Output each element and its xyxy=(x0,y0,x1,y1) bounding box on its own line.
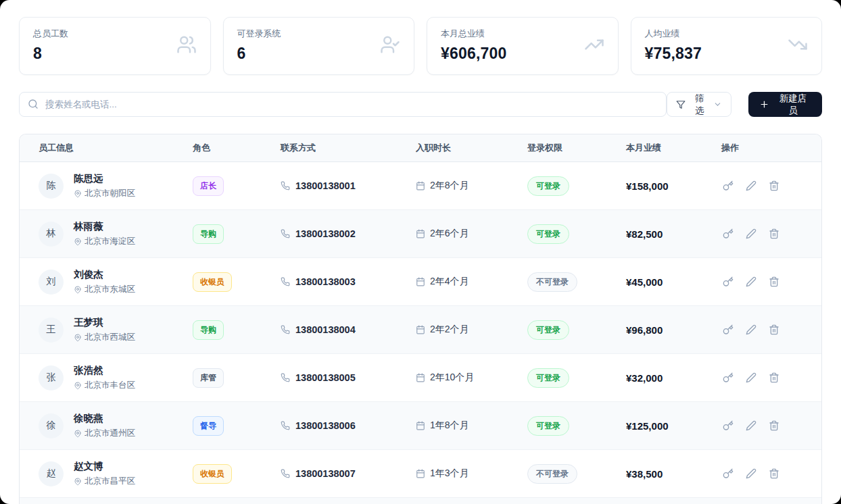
employee-name: 林雨薇 xyxy=(74,220,135,233)
col-header-employee: 员工信息 xyxy=(20,142,193,154)
phone-icon xyxy=(281,181,290,191)
location-text: 北京市通州区 xyxy=(85,428,135,439)
filter-button[interactable]: 筛选 xyxy=(667,92,731,117)
reset-password-button[interactable] xyxy=(721,179,735,193)
delete-button[interactable] xyxy=(767,275,781,288)
new-employee-button[interactable]: 新建店员 xyxy=(748,92,822,117)
key-icon xyxy=(723,324,734,335)
role-badge: 督导 xyxy=(193,416,224,436)
edit-button[interactable] xyxy=(744,419,758,432)
employee-cell: 刘 刘俊杰 北京市东城区 xyxy=(20,268,193,295)
employee-location: 北京市朝阳区 xyxy=(74,188,135,199)
calendar-icon xyxy=(416,373,425,382)
tenure-cell: 1年3个月 xyxy=(416,468,527,480)
tenure-cell: 1年8个月 xyxy=(416,420,527,432)
toolbar-right: 筛选 新建店员 xyxy=(667,92,822,117)
map-pin-icon xyxy=(74,478,82,486)
tenure-text: 1年3个月 xyxy=(430,468,469,480)
contact-cell: 13800138007 xyxy=(281,468,416,479)
toolbar: 筛选 新建店员 xyxy=(19,92,822,117)
role-cell: 督导 xyxy=(193,416,281,436)
chevron-down-icon xyxy=(713,100,722,109)
edit-button[interactable] xyxy=(744,467,758,480)
edit-button[interactable] xyxy=(744,371,758,384)
reset-password-button[interactable] xyxy=(721,419,735,432)
reset-password-button[interactable] xyxy=(721,275,735,288)
reset-password-button[interactable] xyxy=(721,323,735,336)
delete-button[interactable] xyxy=(767,467,781,480)
pencil-icon xyxy=(746,420,756,431)
key-icon xyxy=(723,420,734,431)
employee-cell: 张 张浩然 北京市丰台区 xyxy=(20,364,193,391)
filter-label: 筛选 xyxy=(690,93,708,117)
phone-number: 13800138003 xyxy=(295,276,356,287)
contact-cell: 13800138001 xyxy=(281,180,416,191)
stat-label: 本月总业绩 xyxy=(441,28,604,40)
delete-button[interactable] xyxy=(767,419,781,432)
performance-cell: ¥158,000 xyxy=(626,180,721,192)
delete-button[interactable] xyxy=(767,179,781,193)
edit-button[interactable] xyxy=(744,179,758,193)
employee-identity: 陈思远 北京市朝阳区 xyxy=(74,172,135,199)
permission-cell: 不可登录 xyxy=(527,464,626,484)
table-body: 陈 陈思远 北京市朝阳区 店长 13800138001 2年8个月 可登录 ¥1… xyxy=(20,162,821,498)
login-badge: 不可登录 xyxy=(527,272,577,292)
key-icon xyxy=(723,180,734,191)
phone-number: 13800138007 xyxy=(295,468,356,479)
login-badge: 可登录 xyxy=(527,320,569,340)
login-badge: 可登录 xyxy=(527,224,569,244)
employee-name: 刘俊杰 xyxy=(74,268,135,281)
performance-cell: ¥32,000 xyxy=(626,372,721,384)
delete-button[interactable] xyxy=(767,371,781,384)
employee-location: 北京市通州区 xyxy=(74,428,135,439)
employee-name: 赵文博 xyxy=(74,460,135,473)
avatar: 徐 xyxy=(39,413,64,438)
edit-button[interactable] xyxy=(744,323,758,336)
phone-number: 13800138006 xyxy=(295,420,356,431)
reset-password-button[interactable] xyxy=(721,467,735,480)
employee-cell: 徐 徐晓燕 北京市通州区 xyxy=(20,412,193,439)
actions-cell xyxy=(721,179,821,193)
pencil-icon xyxy=(746,228,756,239)
calendar-icon xyxy=(416,469,425,478)
delete-button[interactable] xyxy=(767,323,781,336)
pencil-icon xyxy=(746,180,756,191)
search-box xyxy=(19,92,667,117)
search-input[interactable] xyxy=(19,92,667,117)
phone-number: 13800138001 xyxy=(295,180,356,191)
employee-location: 北京市西城区 xyxy=(74,332,135,343)
col-header-actions: 操作 xyxy=(721,142,821,154)
calendar-icon xyxy=(416,277,425,286)
tenure-cell: 2年10个月 xyxy=(416,372,527,384)
trash-icon xyxy=(769,324,779,335)
actions-cell xyxy=(721,323,821,336)
trash-icon xyxy=(769,276,779,287)
delete-button[interactable] xyxy=(767,227,781,241)
stat-label: 可登录系统 xyxy=(237,28,401,40)
table-row: 张 张浩然 北京市丰台区 库管 13800138005 2年10个月 可登录 ¥… xyxy=(20,354,821,402)
employee-identity: 张浩然 北京市丰台区 xyxy=(74,364,135,391)
stat-value: ¥75,837 xyxy=(645,45,809,63)
performance-cell: ¥96,800 xyxy=(626,324,721,336)
stat-label: 人均业绩 xyxy=(645,28,809,40)
actions-cell xyxy=(721,275,821,288)
reset-password-button[interactable] xyxy=(721,227,735,241)
pencil-icon xyxy=(746,468,756,479)
role-badge: 收银员 xyxy=(193,464,232,484)
permission-cell: 可登录 xyxy=(527,320,626,340)
employee-location: 北京市丰台区 xyxy=(74,380,135,391)
employee-location: 北京市昌平区 xyxy=(74,476,135,487)
tenure-text: 2年4个月 xyxy=(430,276,469,288)
edit-button[interactable] xyxy=(744,275,758,288)
location-text: 北京市东城区 xyxy=(85,284,135,295)
map-pin-icon xyxy=(74,430,82,438)
actions-cell xyxy=(721,467,821,480)
reset-password-button[interactable] xyxy=(721,371,735,384)
stat-value: 8 xyxy=(33,45,197,63)
avatar: 王 xyxy=(39,318,64,343)
role-cell: 库管 xyxy=(193,368,281,388)
employee-table: 员工信息 角色 联系方式 入职时长 登录权限 本月业绩 操作 陈 陈思远 北京市… xyxy=(19,134,822,504)
edit-button[interactable] xyxy=(744,227,758,241)
employee-identity: 林雨薇 北京市海淀区 xyxy=(74,220,135,247)
col-header-permission: 登录权限 xyxy=(527,142,626,154)
